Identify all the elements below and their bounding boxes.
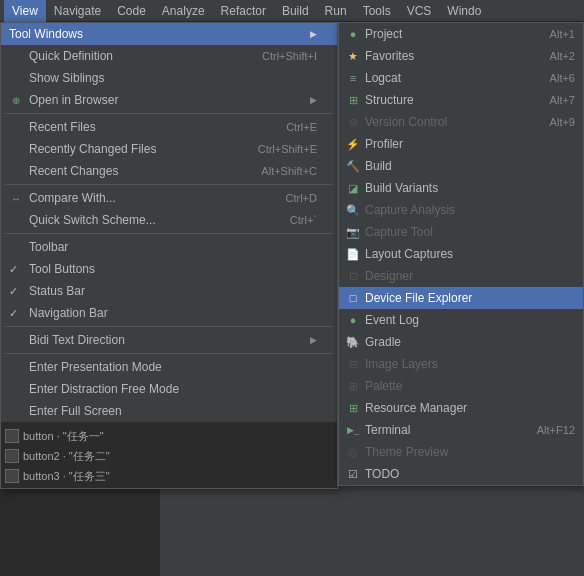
menu-navigate[interactable]: Navigate xyxy=(46,0,109,22)
menu-item-presentation-mode[interactable]: Enter Presentation Mode xyxy=(1,356,337,378)
menu-item-recently-changed[interactable]: Recently Changed Files Ctrl+Shift+E xyxy=(1,138,337,160)
menu-item-distraction-free[interactable]: Enter Distraction Free Mode xyxy=(1,378,337,400)
profiler-label: Profiler xyxy=(365,137,403,151)
separator-1 xyxy=(5,113,333,114)
right-menu-terminal[interactable]: ▶_ Terminal Alt+F12 xyxy=(339,419,583,441)
menu-item-quick-switch[interactable]: Quick Switch Scheme... Ctrl+` xyxy=(1,209,337,231)
menu-vcs[interactable]: VCS xyxy=(399,0,440,22)
code-text-2: button2 · "任务二" xyxy=(23,449,110,464)
code-icon-2 xyxy=(5,449,19,463)
right-menu-version-control[interactable]: ⊘ Version Control Alt+9 xyxy=(339,111,583,133)
capture-tool-label: Capture Tool xyxy=(365,225,433,239)
favorites-shortcut: Alt+2 xyxy=(550,50,575,62)
profiler-icon: ⚡ xyxy=(345,136,361,152)
project-icon: ● xyxy=(345,26,361,42)
right-menu-palette[interactable]: ⊞ Palette xyxy=(339,375,583,397)
gradle-icon: 🐘 xyxy=(345,334,361,350)
separator-3 xyxy=(5,233,333,234)
menu-item-tool-windows[interactable]: Tool Windows xyxy=(1,23,337,45)
menu-item-bidi-text[interactable]: Bidi Text Direction xyxy=(1,329,337,351)
right-menu-gradle[interactable]: 🐘 Gradle xyxy=(339,331,583,353)
right-menu-structure[interactable]: ⊞ Structure Alt+7 xyxy=(339,89,583,111)
menu-item-show-siblings[interactable]: Show Siblings xyxy=(1,67,337,89)
capture-analysis-label: Capture Analysis xyxy=(365,203,455,217)
right-menu-image-layers[interactable]: ⊟ Image Layers xyxy=(339,353,583,375)
recent-changes-shortcut: Alt+Shift+C xyxy=(261,165,317,177)
menu-code[interactable]: Code xyxy=(109,0,154,22)
tool-buttons-label: Tool Buttons xyxy=(29,262,317,276)
todo-label: TODO xyxy=(365,467,399,481)
right-menu-event-log[interactable]: ● Event Log xyxy=(339,309,583,331)
menu-item-status-bar[interactable]: Status Bar xyxy=(1,280,337,302)
terminal-label: Terminal xyxy=(365,423,410,437)
image-layers-label: Image Layers xyxy=(365,357,438,371)
menu-view[interactable]: View xyxy=(4,0,46,22)
menu-item-recent-files[interactable]: Recent Files Ctrl+E xyxy=(1,116,337,138)
presentation-mode-label: Enter Presentation Mode xyxy=(29,360,317,374)
menu-item-quick-definition[interactable]: Quick Definition Ctrl+Shift+I xyxy=(1,45,337,67)
structure-label: Structure xyxy=(365,93,414,107)
right-menu-todo[interactable]: ☑ TODO xyxy=(339,463,583,485)
gradle-label: Gradle xyxy=(365,335,401,349)
capture-analysis-icon: 🔍 xyxy=(345,202,361,218)
menu-item-tool-buttons[interactable]: Tool Buttons xyxy=(1,258,337,280)
right-menu-resource-manager[interactable]: ⊞ Resource Manager xyxy=(339,397,583,419)
quick-switch-shortcut: Ctrl+` xyxy=(290,214,317,226)
globe-icon: ⊕ xyxy=(9,93,23,107)
favorites-icon: ★ xyxy=(345,48,361,64)
layout-captures-label: Layout Captures xyxy=(365,247,453,261)
project-label: Project xyxy=(365,27,402,41)
right-menu-build-variants[interactable]: ◪ Build Variants xyxy=(339,177,583,199)
menu-analyze[interactable]: Analyze xyxy=(154,0,213,22)
menu-item-toolbar[interactable]: Toolbar xyxy=(1,236,337,258)
palette-label: Palette xyxy=(365,379,402,393)
code-line-1: button · "任务一" xyxy=(5,426,333,446)
distraction-free-label: Enter Distraction Free Mode xyxy=(29,382,317,396)
right-menu-designer[interactable]: ⊡ Designer xyxy=(339,265,583,287)
right-menu-logcat[interactable]: ≡ Logcat Alt+6 xyxy=(339,67,583,89)
capture-tool-icon: 📷 xyxy=(345,224,361,240)
view-menu-dropdown: Tool Windows Quick Definition Ctrl+Shift… xyxy=(0,22,338,489)
menu-window[interactable]: Windo xyxy=(439,0,489,22)
designer-label: Designer xyxy=(365,269,413,283)
right-menu-project[interactable]: ● Project Alt+1 xyxy=(339,23,583,45)
right-menu-theme-preview[interactable]: ◎ Theme Preview xyxy=(339,441,583,463)
event-log-label: Event Log xyxy=(365,313,419,327)
menu-run[interactable]: Run xyxy=(317,0,355,22)
structure-icon: ⊞ xyxy=(345,92,361,108)
build-variants-icon: ◪ xyxy=(345,180,361,196)
status-bar-label: Status Bar xyxy=(29,284,317,298)
version-control-icon: ⊘ xyxy=(345,114,361,130)
menu-item-navigation-bar[interactable]: Navigation Bar xyxy=(1,302,337,324)
menu-build[interactable]: Build xyxy=(274,0,317,22)
recent-changes-label: Recent Changes xyxy=(29,164,241,178)
logcat-label: Logcat xyxy=(365,71,401,85)
terminal-shortcut: Alt+F12 xyxy=(537,424,575,436)
menu-item-open-in-browser[interactable]: ⊕ Open in Browser xyxy=(1,89,337,111)
code-icon-3 xyxy=(5,469,19,483)
build-label: Build xyxy=(365,159,392,173)
right-menu-device-file-explorer[interactable]: □ Device File Explorer xyxy=(339,287,583,309)
right-menu-profiler[interactable]: ⚡ Profiler xyxy=(339,133,583,155)
right-menu-build[interactable]: 🔨 Build xyxy=(339,155,583,177)
quick-switch-label: Quick Switch Scheme... xyxy=(29,213,270,227)
right-menu-capture-analysis[interactable]: 🔍 Capture Analysis xyxy=(339,199,583,221)
image-layers-icon: ⊟ xyxy=(345,356,361,372)
menu-refactor[interactable]: Refactor xyxy=(213,0,274,22)
content-area: Tool Windows Quick Definition Ctrl+Shift… xyxy=(0,22,584,576)
menu-item-compare-with[interactable]: ↔ Compare With... Ctrl+D xyxy=(1,187,337,209)
menu-tools[interactable]: Tools xyxy=(355,0,399,22)
structure-shortcut: Alt+7 xyxy=(550,94,575,106)
theme-preview-icon: ◎ xyxy=(345,444,361,460)
recent-files-shortcut: Ctrl+E xyxy=(286,121,317,133)
menu-item-full-screen[interactable]: Enter Full Screen xyxy=(1,400,337,422)
menu-item-recent-changes[interactable]: Recent Changes Alt+Shift+C xyxy=(1,160,337,182)
right-menu-favorites[interactable]: ★ Favorites Alt+2 xyxy=(339,45,583,67)
favorites-label: Favorites xyxy=(365,49,414,63)
right-menu-layout-captures[interactable]: 📄 Layout Captures xyxy=(339,243,583,265)
quick-definition-label: Quick Definition xyxy=(29,49,242,63)
compare-icon: ↔ xyxy=(9,191,23,205)
logcat-icon: ≡ xyxy=(345,70,361,86)
open-in-browser-label: Open in Browser xyxy=(29,93,310,107)
right-menu-capture-tool[interactable]: 📷 Capture Tool xyxy=(339,221,583,243)
